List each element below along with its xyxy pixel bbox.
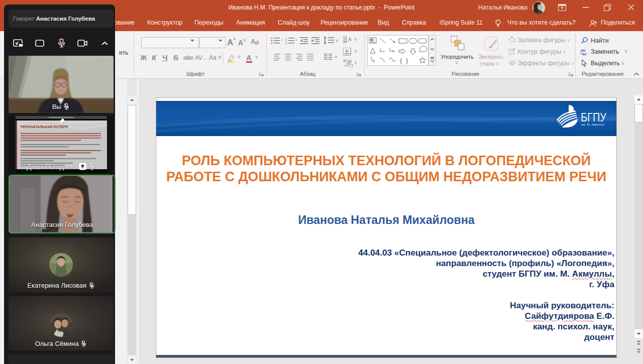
svg-text:3: 3 [285, 42, 287, 45]
svg-text:{: { [400, 57, 402, 64]
svg-text:A: A [251, 38, 256, 45]
svg-text:ac: ac [582, 52, 587, 56]
svg-text:ПЕРИНАТАЛЬНАЯ ПОТЕРЯ: ПЕРИНАТАЛЬНАЯ ПОТЕРЯ [21, 125, 68, 129]
svg-text:}: } [406, 57, 408, 64]
svg-text:А: А [348, 37, 352, 42]
svg-text:БГПУ: БГПУ [581, 110, 607, 124]
svg-text:им. М. Акмуллы: им. М. Акмуллы [581, 123, 604, 126]
